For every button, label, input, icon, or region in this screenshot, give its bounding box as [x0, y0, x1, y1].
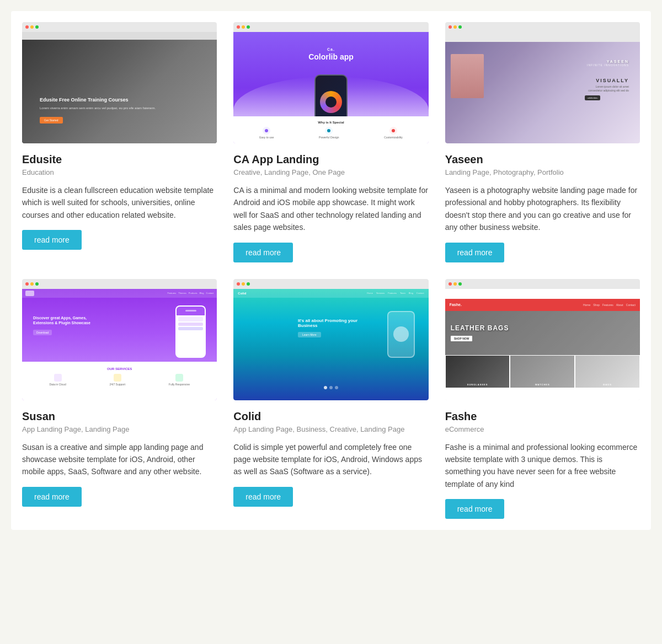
dot-yellow-s	[30, 282, 34, 286]
card-edusite: Edusite Free Online Training Courses Lor…	[22, 22, 217, 262]
dot-green-ca	[247, 25, 250, 29]
colid-read-more-button[interactable]: read more	[233, 487, 293, 507]
dot-green-y	[458, 25, 462, 29]
ca-app-desc: CA is a minimal and modern looking websi…	[233, 184, 428, 234]
yaseen-name: YASEEN	[585, 60, 629, 63]
fashe-read-more-button[interactable]: read more	[445, 499, 505, 519]
fashe-product-bags: BAGS	[575, 355, 640, 388]
susan-tags: App Landing Page, Landing Page	[22, 425, 217, 433]
colid-title: Colid	[233, 410, 428, 423]
fashe-product-watches: WATCHES	[510, 355, 575, 388]
dot-yellow-c	[242, 282, 245, 286]
yaseen-tags: Landing Page, Photography, Portfolio	[445, 168, 640, 176]
dot-red-s	[25, 282, 29, 286]
card-colid: Colid Home Services Features Team Blog C…	[233, 279, 428, 519]
dot-green-f	[458, 282, 462, 286]
dot-green-s	[35, 282, 39, 286]
dot-red-c	[237, 282, 240, 286]
dot-yellow	[30, 25, 34, 29]
card-image-edusite: Edusite Free Online Training Courses Lor…	[22, 22, 217, 143]
card-yaseen: YASEEN INFINITE INNOVATIONS VISUALLY Lor…	[445, 22, 640, 262]
yaseen-title: Yaseen	[445, 153, 640, 166]
yaseen-photo	[451, 54, 484, 98]
edusite-desc: Edusite is a clean fullscreen education …	[22, 184, 217, 221]
ca-app-tags: Creative, Landing Page, One Page	[233, 168, 428, 176]
fashe-title: Fashe	[445, 410, 640, 423]
fashe-desc: Fashe is a minimal and professional look…	[445, 441, 640, 491]
susan-services-title: OUR SERVICES	[28, 367, 211, 371]
card-image-colid: Colid Home Services Features Team Blog C…	[233, 279, 428, 400]
card-image-yaseen: YASEEN INFINITE INNOVATIONS VISUALLY Lor…	[445, 22, 640, 143]
yaseen-desc: Yaseen is a photography website landing …	[445, 184, 640, 234]
fashe-tags: eCommerce	[445, 425, 640, 433]
edusite-mock-btn: Get Started	[40, 117, 63, 124]
card-image-susan: FeaturesThemesProductsBlogContact	[22, 279, 217, 400]
ca-subtitle: Why is It Special	[237, 121, 425, 124]
fashe-logo: Fashe.	[450, 303, 462, 307]
card-image-fashe: Fashe. Home Shop Features About Contact …	[445, 279, 640, 400]
ca-logo: Ca.	[308, 47, 354, 51]
yaseen-subtitle: INFINITE INNOVATIONS	[585, 63, 629, 67]
susan-desc: Susan is a creative and simple app landi…	[22, 441, 217, 478]
fashe-product-sunglasses: SUNGLASSES	[445, 355, 510, 388]
card-ca-app: Ca. Colorlib app Why is It Special	[233, 22, 428, 262]
edusite-title: Edusite	[22, 153, 217, 166]
ca-app-title: CA App Landing	[233, 153, 428, 166]
card-susan: FeaturesThemesProductsBlogContact	[22, 279, 217, 519]
edusite-tags: Education	[22, 168, 217, 176]
yaseen-visually-label: VISUALLY Lorem ipsum dolor sit amet cons…	[585, 78, 629, 100]
dot-red-y	[449, 25, 452, 29]
ca-app-read-more-button[interactable]: read more	[233, 243, 293, 262]
fashe-hero-text: LEATHER BAGS	[451, 324, 509, 332]
main-grid: Edusite Free Online Training Courses Lor…	[11, 11, 651, 530]
susan-title: Susan	[22, 410, 217, 423]
edusite-mock-body: Lorem viverra enim amam sem enim arcu ve…	[40, 106, 199, 110]
dot-red	[25, 25, 29, 29]
yaseen-text-block: YASEEN INFINITE INNOVATIONS VISUALLY Lor…	[585, 60, 629, 100]
dot-red-ca	[237, 25, 240, 29]
susan-headline: Discover great Apps, Games, Extensions &…	[33, 315, 94, 326]
dot-yellow-ca	[242, 25, 245, 29]
ca-title: Colorlib app	[308, 52, 354, 62]
card-image-ca-app: Ca. Colorlib app Why is It Special	[233, 22, 428, 143]
dot-green	[35, 25, 39, 29]
card-fashe: Fashe. Home Shop Features About Contact …	[445, 279, 640, 519]
colid-tags: App Landing Page, Business, Creative, La…	[233, 425, 428, 433]
susan-read-more-button[interactable]: read more	[22, 487, 82, 507]
dot-yellow-f	[453, 282, 457, 286]
edusite-mock-title: Edusite Free Online Training Courses	[40, 97, 199, 104]
yaseen-read-more-button[interactable]: read more	[445, 243, 505, 262]
dot-yellow-y	[453, 25, 457, 29]
dot-green-c	[247, 282, 250, 286]
dot-red-f	[449, 282, 452, 286]
colid-desc: Colid is simple yet powerful and complet…	[233, 441, 428, 478]
colid-headline: It's all about Promoting your Business	[298, 318, 364, 328]
edusite-read-more-button[interactable]: read more	[22, 230, 82, 250]
